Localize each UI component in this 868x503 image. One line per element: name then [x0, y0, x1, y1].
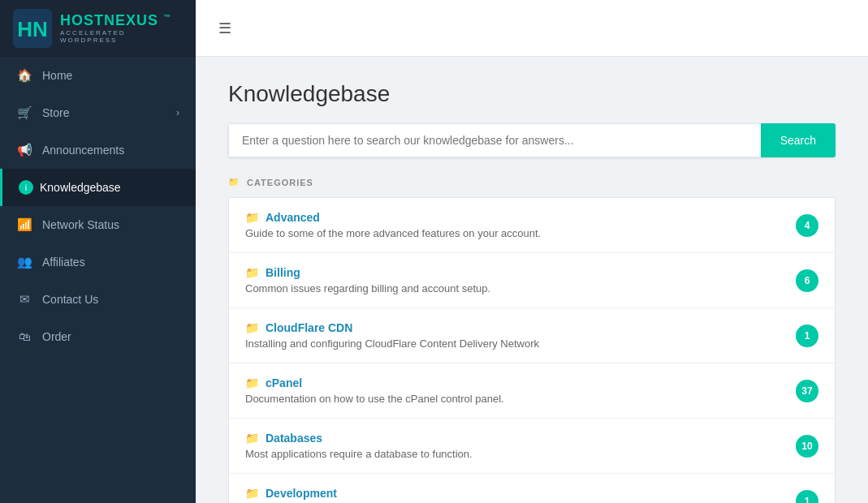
sidebar-nav: 🏠 Home 🛒 Store › 📢 Announcements i Knowl… — [0, 57, 196, 355]
category-name: 📁 CloudFlare CDN — [245, 321, 796, 334]
sidebar-item-affiliates[interactable]: 👥 Affiliates — [0, 243, 196, 281]
category-name: 📁 Advanced — [245, 211, 796, 224]
logo-icon: HN — [13, 9, 52, 48]
folder-icon: 📁 — [245, 266, 259, 279]
info-badge-icon: i — [19, 180, 33, 195]
folder-icon: 📁 — [245, 432, 259, 445]
sidebar-item-label: Knowledgebase — [40, 181, 179, 194]
content-area: Knowledgebase Search 📁 CATEGORIES 📁 Adva… — [196, 57, 868, 503]
categories-header: 📁 CATEGORIES — [228, 177, 836, 187]
store-icon: 🛒 — [16, 105, 32, 120]
logo-text: HOSTNEXUS ™ ACCELERATED WORDPRESS — [60, 12, 183, 44]
count-badge: 10 — [796, 435, 818, 458]
contact-icon: ✉ — [16, 292, 32, 307]
search-input[interactable] — [228, 123, 761, 157]
sidebar-item-label: Store — [42, 106, 176, 119]
category-info: 📁 CloudFlare CDN Installing and configur… — [245, 321, 796, 350]
search-bar: Search — [228, 123, 836, 157]
sidebar-item-store[interactable]: 🛒 Store › — [0, 94, 196, 131]
sidebar-item-label: Order — [42, 330, 179, 343]
category-item[interactable]: 📁 Development Documentation useful for d… — [229, 474, 835, 503]
category-info: 📁 Development Documentation useful for d… — [245, 487, 796, 503]
logo-name: HOSTNEXUS ™ — [60, 12, 183, 29]
sidebar-item-announcements[interactable]: 📢 Announcements — [0, 131, 196, 169]
category-name-text: Development — [266, 487, 337, 500]
topbar: ☰ — [196, 0, 868, 57]
category-name-text: Advanced — [266, 211, 320, 224]
sidebar-item-label: Announcements — [42, 144, 179, 157]
category-info: 📁 Billing Common issues regarding billin… — [245, 266, 796, 294]
folder-header-icon: 📁 — [228, 177, 240, 187]
sidebar-item-contact-us[interactable]: ✉ Contact Us — [0, 281, 196, 318]
sidebar-item-label: Affiliates — [42, 256, 179, 269]
category-description: Guide to some of the more advanced featu… — [245, 227, 796, 239]
category-item[interactable]: 📁 cPanel Documentation on how to use the… — [229, 363, 835, 419]
category-info: 📁 Advanced Guide to some of the more adv… — [245, 211, 796, 239]
count-badge: 6 — [796, 269, 818, 292]
page-title: Knowledgebase — [228, 81, 836, 107]
category-name-text: cPanel — [266, 376, 302, 389]
home-icon: 🏠 — [16, 68, 32, 83]
sidebar-item-knowledgebase[interactable]: i Knowledgebase — [0, 169, 196, 206]
category-description: Installing and configuring CloudFlare Co… — [245, 337, 796, 350]
category-name: 📁 Databases — [245, 432, 796, 445]
category-item[interactable]: 📁 Databases Most applications require a … — [229, 419, 835, 474]
category-description: Documentation on how to use the cPanel c… — [245, 393, 796, 405]
logo: HN HOSTNEXUS ™ ACCELERATED WORDPRESS — [0, 0, 196, 57]
folder-icon: 📁 — [245, 211, 259, 224]
main-area: ☰ Knowledgebase Search 📁 CATEGORIES 📁 Ad… — [196, 0, 868, 503]
hamburger-button[interactable]: ☰ — [212, 15, 238, 42]
category-name-text: CloudFlare CDN — [266, 321, 352, 334]
category-item[interactable]: 📁 Billing Common issues regarding billin… — [229, 253, 835, 308]
count-badge: 1 — [796, 490, 818, 504]
category-item[interactable]: 📁 Advanced Guide to some of the more adv… — [229, 198, 835, 253]
order-icon: 🛍 — [16, 329, 32, 343]
category-name: 📁 Development — [245, 487, 796, 500]
category-name-text: Billing — [266, 266, 300, 279]
category-info: 📁 Databases Most applications require a … — [245, 432, 796, 460]
category-item[interactable]: 📁 CloudFlare CDN Installing and configur… — [229, 308, 835, 363]
network-status-icon: 📶 — [16, 217, 32, 232]
sidebar: HN HOSTNEXUS ™ ACCELERATED WORDPRESS 🏠 H… — [0, 0, 196, 503]
affiliates-icon: 👥 — [16, 255, 32, 269]
sidebar-item-network-status[interactable]: 📶 Network Status — [0, 206, 196, 243]
folder-icon: 📁 — [245, 487, 259, 500]
count-badge: 37 — [796, 380, 818, 402]
category-description: Most applications require a database to … — [245, 448, 796, 460]
count-badge: 1 — [796, 325, 818, 347]
category-info: 📁 cPanel Documentation on how to use the… — [245, 376, 796, 405]
category-name: 📁 Billing — [245, 266, 796, 279]
category-description: Common issues regarding billing and acco… — [245, 282, 796, 294]
folder-icon: 📁 — [245, 321, 259, 334]
sidebar-item-label: Home — [42, 69, 179, 82]
count-badge: 4 — [796, 214, 818, 237]
sidebar-item-home[interactable]: 🏠 Home — [0, 57, 196, 94]
folder-icon: 📁 — [245, 376, 259, 389]
categories-list: 📁 Advanced Guide to some of the more adv… — [228, 197, 836, 503]
category-name: 📁 cPanel — [245, 376, 796, 389]
logo-tagline: ACCELERATED WORDPRESS — [60, 29, 183, 44]
chevron-right-icon: › — [176, 107, 179, 118]
category-name-text: Databases — [266, 432, 322, 445]
sidebar-item-order[interactable]: 🛍 Order — [0, 318, 196, 355]
categories-label: CATEGORIES — [247, 178, 313, 187]
announcements-icon: 📢 — [16, 143, 32, 157]
sidebar-item-label: Contact Us — [42, 293, 179, 306]
search-button[interactable]: Search — [761, 123, 836, 157]
sidebar-item-label: Network Status — [42, 218, 179, 231]
svg-text:HN: HN — [17, 17, 48, 41]
